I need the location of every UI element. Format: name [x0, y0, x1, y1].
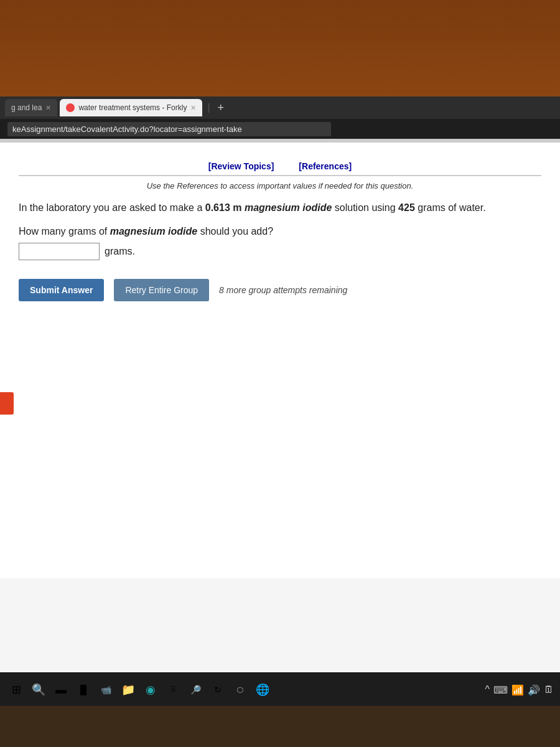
compound-name2: magnesium iodide [110, 226, 197, 237]
tab-active[interactable]: water treatment systems - Forkly ✕ [60, 99, 202, 116]
review-topics-link[interactable]: [Review Topics] [208, 161, 274, 171]
submit-answer-button[interactable]: Submit Answer [19, 279, 104, 301]
attempts-remaining-text: 8 more group attempts remaining [219, 285, 347, 295]
tab2-close[interactable]: ✕ [190, 104, 196, 112]
answer-row: grams. [19, 243, 541, 260]
tab1-label: g and lea [11, 103, 42, 112]
answer-input[interactable] [19, 243, 100, 260]
taskbar-inner: ⊞ 🔍 ▬ ▐▌ 📹 📁 ◉ ⠿ 🔎 ↻ ○ 🌐 ^ ⌨ 📶 🔊 🗓 [0, 674, 560, 706]
file-explorer-icon[interactable]: 📁 [118, 680, 138, 700]
buttons-row: Submit Answer Retry Entire Group 8 more … [19, 279, 541, 301]
question-part1: In the laboratory you are asked to make … [19, 202, 205, 213]
add-tab-button[interactable]: + [218, 101, 225, 115]
edge-icon[interactable]: ◉ [141, 680, 161, 700]
compound-name: magnesium iodide [245, 202, 332, 213]
taskbar-right: ^ ⌨ 📶 🔊 🗓 [485, 684, 554, 696]
address-bar [0, 119, 560, 139]
refresh-icon[interactable]: ↻ [208, 680, 228, 700]
tab1-close[interactable]: ✕ [45, 104, 51, 112]
taskbar-bottom [0, 706, 560, 747]
calendar-icon[interactable]: 🗓 [544, 684, 554, 695]
tab2-icon [66, 103, 75, 112]
links-row: [Review Topics] [References] [19, 155, 541, 176]
mass-value: 425 [398, 202, 415, 213]
title-bar: g and lea ✕ water treatment systems - Fo… [0, 96, 560, 119]
references-link[interactable]: [References] [299, 161, 352, 171]
address-input[interactable] [7, 122, 331, 136]
retry-entire-group-button[interactable]: Retry Entire Group [114, 279, 209, 301]
apps-icon[interactable]: ⠿ [163, 680, 183, 700]
how-many-text: How many grams of magnesium iodide shoul… [19, 224, 541, 239]
side-tag [0, 392, 14, 415]
instruction-text: Use the References to access important v… [19, 176, 541, 200]
concentration-value: 0.613 m [205, 202, 242, 213]
browser-window: g and lea ✕ water treatment systems - Fo… [0, 96, 560, 672]
tab-separator: | [207, 102, 210, 113]
taskbar-left: ⊞ 🔍 ▬ ▐▌ 📹 📁 ◉ ⠿ 🔎 ↻ ○ 🌐 [6, 680, 273, 700]
tab-inactive[interactable]: g and lea ✕ [5, 99, 57, 116]
question-part3: grams of water. [415, 202, 486, 213]
content-area: [Review Topics] [References] Use the Ref… [0, 143, 560, 578]
question-part2: solution using [332, 202, 398, 213]
meet-icon[interactable]: 📹 [96, 680, 116, 700]
chevron-up-icon[interactable]: ^ [485, 684, 490, 695]
grams-label: grams. [105, 246, 135, 257]
taskview-button[interactable]: ▬ [51, 680, 71, 700]
search-icon[interactable]: 🔎 [185, 680, 205, 700]
keyboard-icon[interactable]: ⌨ [493, 684, 508, 696]
circle-icon[interactable]: ○ [230, 680, 250, 700]
widgets-button[interactable]: ▐▌ [73, 680, 93, 700]
taskbar: ⊞ 🔍 ▬ ▐▌ 📹 📁 ◉ ⠿ 🔎 ↻ ○ 🌐 ^ ⌨ 📶 🔊 🗓 [0, 672, 560, 747]
tab2-label: water treatment systems - Forkly [78, 103, 187, 112]
question-text: In the laboratory you are asked to make … [19, 200, 541, 215]
how-many-part2: should you add? [197, 226, 273, 237]
start-button[interactable]: ⊞ [6, 680, 26, 700]
chrome-icon[interactable]: 🌐 [253, 680, 273, 700]
search-taskbar[interactable]: 🔍 [29, 680, 49, 700]
how-many-part1: How many grams of [19, 226, 110, 237]
wifi-icon[interactable]: 📶 [511, 684, 524, 696]
page-content: [Review Topics] [References] Use the Ref… [0, 143, 560, 672]
volume-icon[interactable]: 🔊 [528, 684, 540, 696]
